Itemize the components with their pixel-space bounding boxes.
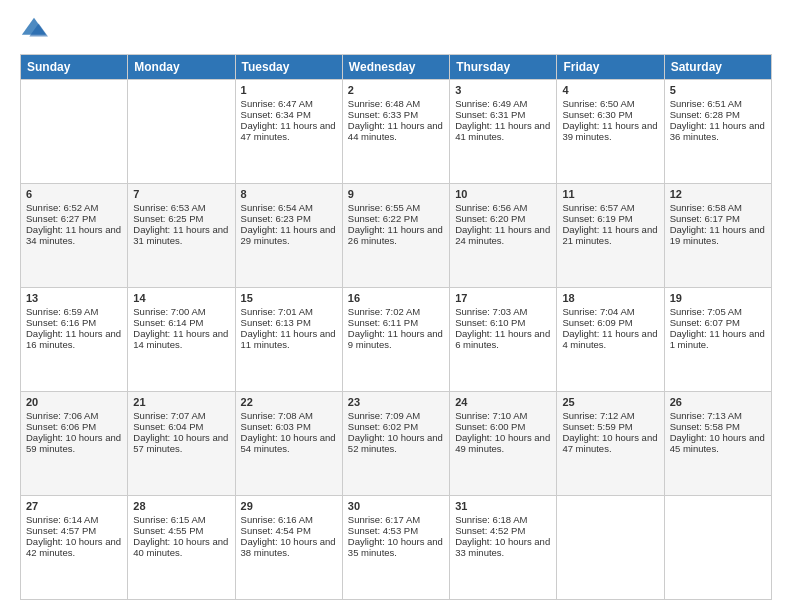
calendar-day-header: Monday <box>128 55 235 80</box>
day-info: Sunrise: 7:10 AM <box>455 410 551 421</box>
day-info: Sunrise: 7:06 AM <box>26 410 122 421</box>
day-info: Sunset: 6:06 PM <box>26 421 122 432</box>
day-info: Daylight: 10 hours and 49 minutes. <box>455 432 551 454</box>
page: SundayMondayTuesdayWednesdayThursdayFrid… <box>0 0 792 612</box>
day-info: Sunset: 6:19 PM <box>562 213 658 224</box>
day-info: Sunset: 6:02 PM <box>348 421 444 432</box>
calendar-cell: 13Sunrise: 6:59 AMSunset: 6:16 PMDayligh… <box>21 288 128 392</box>
day-info: Sunrise: 7:00 AM <box>133 306 229 317</box>
day-info: Sunrise: 6:54 AM <box>241 202 337 213</box>
day-number: 9 <box>348 188 444 200</box>
day-info: Daylight: 11 hours and 4 minutes. <box>562 328 658 350</box>
day-number: 5 <box>670 84 766 96</box>
day-info: Daylight: 11 hours and 14 minutes. <box>133 328 229 350</box>
calendar-day-header: Saturday <box>664 55 771 80</box>
day-info: Sunrise: 6:17 AM <box>348 514 444 525</box>
calendar-cell: 20Sunrise: 7:06 AMSunset: 6:06 PMDayligh… <box>21 392 128 496</box>
day-info: Daylight: 10 hours and 35 minutes. <box>348 536 444 558</box>
day-info: Sunset: 5:58 PM <box>670 421 766 432</box>
day-info: Daylight: 10 hours and 38 minutes. <box>241 536 337 558</box>
calendar-cell: 21Sunrise: 7:07 AMSunset: 6:04 PMDayligh… <box>128 392 235 496</box>
day-info: Sunset: 4:55 PM <box>133 525 229 536</box>
day-info: Daylight: 11 hours and 24 minutes. <box>455 224 551 246</box>
day-info: Sunrise: 6:47 AM <box>241 98 337 109</box>
calendar-body: 1Sunrise: 6:47 AMSunset: 6:34 PMDaylight… <box>21 80 772 600</box>
day-info: Sunset: 6:11 PM <box>348 317 444 328</box>
day-info: Sunrise: 6:59 AM <box>26 306 122 317</box>
day-info: Daylight: 11 hours and 47 minutes. <box>241 120 337 142</box>
day-info: Sunrise: 7:08 AM <box>241 410 337 421</box>
calendar-cell: 31Sunrise: 6:18 AMSunset: 4:52 PMDayligh… <box>450 496 557 600</box>
calendar-day-header: Friday <box>557 55 664 80</box>
day-number: 20 <box>26 396 122 408</box>
day-info: Daylight: 11 hours and 1 minute. <box>670 328 766 350</box>
day-number: 14 <box>133 292 229 304</box>
day-info: Sunset: 6:33 PM <box>348 109 444 120</box>
day-info: Daylight: 10 hours and 33 minutes. <box>455 536 551 558</box>
header <box>20 16 772 44</box>
day-info: Sunrise: 6:57 AM <box>562 202 658 213</box>
day-info: Sunset: 6:13 PM <box>241 317 337 328</box>
day-info: Daylight: 11 hours and 31 minutes. <box>133 224 229 246</box>
day-info: Daylight: 11 hours and 26 minutes. <box>348 224 444 246</box>
day-number: 17 <box>455 292 551 304</box>
day-info: Daylight: 11 hours and 6 minutes. <box>455 328 551 350</box>
calendar-day-header: Sunday <box>21 55 128 80</box>
calendar-cell: 8Sunrise: 6:54 AMSunset: 6:23 PMDaylight… <box>235 184 342 288</box>
day-number: 18 <box>562 292 658 304</box>
calendar-cell: 10Sunrise: 6:56 AMSunset: 6:20 PMDayligh… <box>450 184 557 288</box>
day-info: Daylight: 11 hours and 29 minutes. <box>241 224 337 246</box>
calendar-cell: 30Sunrise: 6:17 AMSunset: 4:53 PMDayligh… <box>342 496 449 600</box>
day-info: Sunset: 6:00 PM <box>455 421 551 432</box>
day-info: Daylight: 11 hours and 36 minutes. <box>670 120 766 142</box>
calendar-cell: 26Sunrise: 7:13 AMSunset: 5:58 PMDayligh… <box>664 392 771 496</box>
day-number: 28 <box>133 500 229 512</box>
calendar-header-row: SundayMondayTuesdayWednesdayThursdayFrid… <box>21 55 772 80</box>
day-info: Sunrise: 7:05 AM <box>670 306 766 317</box>
calendar-week-row: 27Sunrise: 6:14 AMSunset: 4:57 PMDayligh… <box>21 496 772 600</box>
day-info: Sunrise: 6:16 AM <box>241 514 337 525</box>
calendar-cell <box>557 496 664 600</box>
day-info: Sunrise: 7:07 AM <box>133 410 229 421</box>
calendar-cell: 12Sunrise: 6:58 AMSunset: 6:17 PMDayligh… <box>664 184 771 288</box>
day-info: Daylight: 11 hours and 11 minutes. <box>241 328 337 350</box>
calendar-cell: 7Sunrise: 6:53 AMSunset: 6:25 PMDaylight… <box>128 184 235 288</box>
calendar-cell: 4Sunrise: 6:50 AMSunset: 6:30 PMDaylight… <box>557 80 664 184</box>
day-info: Sunrise: 7:04 AM <box>562 306 658 317</box>
day-info: Sunrise: 6:52 AM <box>26 202 122 213</box>
day-number: 25 <box>562 396 658 408</box>
calendar-cell: 14Sunrise: 7:00 AMSunset: 6:14 PMDayligh… <box>128 288 235 392</box>
day-info: Daylight: 10 hours and 40 minutes. <box>133 536 229 558</box>
day-number: 30 <box>348 500 444 512</box>
day-number: 1 <box>241 84 337 96</box>
day-info: Sunset: 6:23 PM <box>241 213 337 224</box>
day-info: Sunrise: 6:53 AM <box>133 202 229 213</box>
calendar-cell: 1Sunrise: 6:47 AMSunset: 6:34 PMDaylight… <box>235 80 342 184</box>
day-info: Sunset: 6:34 PM <box>241 109 337 120</box>
day-info: Sunrise: 6:18 AM <box>455 514 551 525</box>
day-number: 22 <box>241 396 337 408</box>
day-info: Sunset: 6:04 PM <box>133 421 229 432</box>
day-number: 15 <box>241 292 337 304</box>
day-info: Sunrise: 6:14 AM <box>26 514 122 525</box>
day-number: 10 <box>455 188 551 200</box>
calendar-cell: 11Sunrise: 6:57 AMSunset: 6:19 PMDayligh… <box>557 184 664 288</box>
calendar-cell: 16Sunrise: 7:02 AMSunset: 6:11 PMDayligh… <box>342 288 449 392</box>
calendar-day-header: Tuesday <box>235 55 342 80</box>
day-info: Sunset: 6:31 PM <box>455 109 551 120</box>
day-info: Sunrise: 7:13 AM <box>670 410 766 421</box>
day-info: Daylight: 11 hours and 21 minutes. <box>562 224 658 246</box>
day-info: Sunrise: 6:50 AM <box>562 98 658 109</box>
day-info: Sunrise: 7:09 AM <box>348 410 444 421</box>
day-info: Daylight: 11 hours and 16 minutes. <box>26 328 122 350</box>
logo <box>20 16 52 44</box>
calendar-cell: 9Sunrise: 6:55 AMSunset: 6:22 PMDaylight… <box>342 184 449 288</box>
day-number: 29 <box>241 500 337 512</box>
calendar-week-row: 1Sunrise: 6:47 AMSunset: 6:34 PMDaylight… <box>21 80 772 184</box>
calendar-cell: 19Sunrise: 7:05 AMSunset: 6:07 PMDayligh… <box>664 288 771 392</box>
day-info: Sunset: 4:52 PM <box>455 525 551 536</box>
day-number: 8 <box>241 188 337 200</box>
day-info: Sunset: 6:22 PM <box>348 213 444 224</box>
day-info: Sunset: 6:16 PM <box>26 317 122 328</box>
day-number: 3 <box>455 84 551 96</box>
